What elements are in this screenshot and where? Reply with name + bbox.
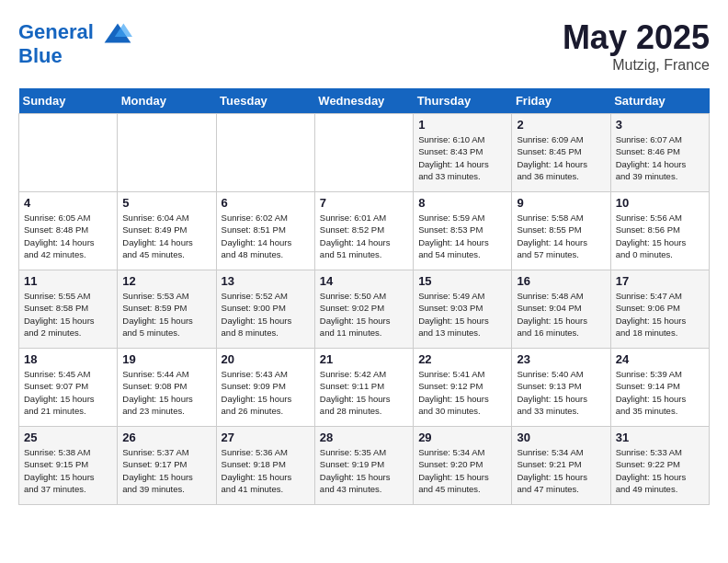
day-number: 5 (122, 196, 210, 210)
calendar-cell: 4Sunrise: 6:05 AM Sunset: 8:48 PM Daylig… (19, 192, 118, 270)
calendar-week-2: 4Sunrise: 6:05 AM Sunset: 8:48 PM Daylig… (19, 192, 710, 270)
day-number: 12 (122, 274, 210, 288)
day-number: 4 (24, 196, 112, 210)
calendar-cell (19, 114, 118, 192)
day-info: Sunrise: 5:48 AM Sunset: 9:04 PM Dayligh… (517, 290, 605, 339)
calendar-cell: 14Sunrise: 5:50 AM Sunset: 9:02 PM Dayli… (314, 270, 413, 349)
day-info: Sunrise: 5:56 AM Sunset: 8:56 PM Dayligh… (616, 212, 704, 260)
logo: General Blue (18, 18, 132, 68)
day-number: 30 (517, 431, 605, 444)
day-number: 14 (320, 274, 408, 288)
calendar-cell: 27Sunrise: 5:36 AM Sunset: 9:18 PM Dayli… (216, 427, 314, 505)
day-number: 9 (517, 196, 605, 210)
day-info: Sunrise: 5:36 AM Sunset: 9:18 PM Dayligh… (222, 446, 310, 495)
day-number: 2 (517, 118, 605, 132)
calendar-cell: 1Sunrise: 6:10 AM Sunset: 8:43 PM Daylig… (414, 114, 512, 192)
page-header: General Blue May 2025 Mutzig, France (18, 18, 710, 74)
calendar-cell: 13Sunrise: 5:52 AM Sunset: 9:00 PM Dayli… (216, 270, 314, 349)
day-number: 6 (222, 196, 310, 210)
day-info: Sunrise: 5:47 AM Sunset: 9:06 PM Dayligh… (616, 290, 704, 339)
day-number: 18 (24, 352, 112, 366)
day-number: 1 (418, 118, 506, 132)
day-info: Sunrise: 5:55 AM Sunset: 8:58 PM Dayligh… (24, 290, 112, 339)
day-info: Sunrise: 6:02 AM Sunset: 8:51 PM Dayligh… (222, 212, 310, 260)
calendar-cell: 30Sunrise: 5:34 AM Sunset: 9:21 PM Dayli… (512, 427, 610, 505)
calendar-cell: 3Sunrise: 6:07 AM Sunset: 8:46 PM Daylig… (610, 114, 709, 192)
calendar-cell: 10Sunrise: 5:56 AM Sunset: 8:56 PM Dayli… (610, 192, 709, 270)
calendar-cell: 26Sunrise: 5:37 AM Sunset: 9:17 PM Dayli… (118, 427, 216, 505)
day-number: 7 (320, 196, 408, 210)
day-number: 19 (122, 352, 210, 366)
day-number: 23 (517, 352, 605, 366)
day-info: Sunrise: 6:04 AM Sunset: 8:49 PM Dayligh… (122, 212, 210, 260)
day-number: 26 (122, 431, 210, 444)
day-info: Sunrise: 6:01 AM Sunset: 8:52 PM Dayligh… (320, 212, 408, 260)
calendar-cell (314, 114, 413, 192)
calendar-cell: 25Sunrise: 5:38 AM Sunset: 9:15 PM Dayli… (19, 427, 118, 505)
day-number: 8 (418, 196, 506, 210)
calendar-body: 1Sunrise: 6:10 AM Sunset: 8:43 PM Daylig… (19, 114, 710, 505)
day-number: 24 (616, 352, 704, 366)
day-info: Sunrise: 5:43 AM Sunset: 9:09 PM Dayligh… (222, 368, 310, 417)
day-info: Sunrise: 6:09 AM Sunset: 8:45 PM Dayligh… (517, 133, 605, 182)
calendar-cell: 17Sunrise: 5:47 AM Sunset: 9:06 PM Dayli… (610, 270, 709, 349)
day-info: Sunrise: 5:50 AM Sunset: 9:02 PM Dayligh… (320, 290, 408, 339)
calendar-cell: 24Sunrise: 5:39 AM Sunset: 9:14 PM Dayli… (610, 349, 709, 427)
day-info: Sunrise: 5:34 AM Sunset: 9:21 PM Dayligh… (517, 446, 605, 495)
day-number: 3 (616, 118, 704, 132)
day-info: Sunrise: 5:40 AM Sunset: 9:13 PM Dayligh… (517, 368, 605, 417)
calendar-week-3: 11Sunrise: 5:55 AM Sunset: 8:58 PM Dayli… (19, 270, 710, 349)
day-info: Sunrise: 5:35 AM Sunset: 9:19 PM Dayligh… (320, 446, 408, 495)
calendar-cell: 18Sunrise: 5:45 AM Sunset: 9:07 PM Dayli… (19, 349, 118, 427)
day-info: Sunrise: 5:34 AM Sunset: 9:20 PM Dayligh… (418, 446, 506, 495)
calendar-cell: 19Sunrise: 5:44 AM Sunset: 9:08 PM Dayli… (118, 349, 216, 427)
calendar-cell: 12Sunrise: 5:53 AM Sunset: 8:59 PM Dayli… (118, 270, 216, 349)
day-info: Sunrise: 5:58 AM Sunset: 8:55 PM Dayligh… (517, 212, 605, 260)
day-number: 28 (320, 431, 408, 444)
title-block: May 2025 Mutzig, France (563, 18, 710, 74)
day-info: Sunrise: 5:53 AM Sunset: 8:59 PM Dayligh… (122, 290, 210, 339)
day-info: Sunrise: 6:10 AM Sunset: 8:43 PM Dayligh… (418, 133, 506, 182)
calendar-cell: 28Sunrise: 5:35 AM Sunset: 9:19 PM Dayli… (314, 427, 413, 505)
day-number: 27 (222, 431, 310, 444)
day-number: 22 (418, 352, 506, 366)
day-number: 20 (222, 352, 310, 366)
day-info: Sunrise: 5:59 AM Sunset: 8:53 PM Dayligh… (418, 212, 506, 260)
day-info: Sunrise: 6:05 AM Sunset: 8:48 PM Dayligh… (24, 212, 112, 260)
day-info: Sunrise: 6:07 AM Sunset: 8:46 PM Dayligh… (616, 133, 704, 182)
calendar-cell: 7Sunrise: 6:01 AM Sunset: 8:52 PM Daylig… (314, 192, 413, 270)
calendar-cell: 6Sunrise: 6:02 AM Sunset: 8:51 PM Daylig… (216, 192, 314, 270)
day-number: 31 (616, 431, 704, 444)
calendar-cell (118, 114, 216, 192)
day-number: 15 (418, 274, 506, 288)
calendar-week-1: 1Sunrise: 6:10 AM Sunset: 8:43 PM Daylig… (19, 114, 710, 192)
calendar-week-5: 25Sunrise: 5:38 AM Sunset: 9:15 PM Dayli… (19, 427, 710, 505)
month-year: May 2025 (563, 18, 710, 57)
day-info: Sunrise: 5:37 AM Sunset: 9:17 PM Dayligh… (122, 446, 210, 495)
weekday-header-sunday: Sunday (19, 88, 118, 114)
calendar-cell: 21Sunrise: 5:42 AM Sunset: 9:11 PM Dayli… (314, 349, 413, 427)
calendar-cell: 22Sunrise: 5:41 AM Sunset: 9:12 PM Dayli… (414, 349, 512, 427)
day-info: Sunrise: 5:49 AM Sunset: 9:03 PM Dayligh… (418, 290, 506, 339)
day-info: Sunrise: 5:44 AM Sunset: 9:08 PM Dayligh… (122, 368, 210, 417)
day-number: 10 (616, 196, 704, 210)
day-info: Sunrise: 5:39 AM Sunset: 9:14 PM Dayligh… (616, 368, 704, 417)
weekday-header-tuesday: Tuesday (216, 88, 314, 114)
day-number: 11 (24, 274, 112, 288)
calendar-cell: 8Sunrise: 5:59 AM Sunset: 8:53 PM Daylig… (414, 192, 512, 270)
day-info: Sunrise: 5:33 AM Sunset: 9:22 PM Dayligh… (616, 446, 704, 495)
weekday-header-thursday: Thursday (414, 88, 512, 114)
calendar-cell: 15Sunrise: 5:49 AM Sunset: 9:03 PM Dayli… (414, 270, 512, 349)
calendar-cell (216, 114, 314, 192)
day-number: 17 (616, 274, 704, 288)
calendar-cell: 11Sunrise: 5:55 AM Sunset: 8:58 PM Dayli… (19, 270, 118, 349)
day-info: Sunrise: 5:42 AM Sunset: 9:11 PM Dayligh… (320, 368, 408, 417)
calendar-header-row: SundayMondayTuesdayWednesdayThursdayFrid… (19, 88, 710, 114)
day-number: 16 (517, 274, 605, 288)
calendar-cell: 20Sunrise: 5:43 AM Sunset: 9:09 PM Dayli… (216, 349, 314, 427)
calendar-cell: 5Sunrise: 6:04 AM Sunset: 8:49 PM Daylig… (118, 192, 216, 270)
day-info: Sunrise: 5:38 AM Sunset: 9:15 PM Dayligh… (24, 446, 112, 495)
calendar-cell: 9Sunrise: 5:58 AM Sunset: 8:55 PM Daylig… (512, 192, 610, 270)
calendar-cell: 31Sunrise: 5:33 AM Sunset: 9:22 PM Dayli… (610, 427, 709, 505)
day-number: 21 (320, 352, 408, 366)
